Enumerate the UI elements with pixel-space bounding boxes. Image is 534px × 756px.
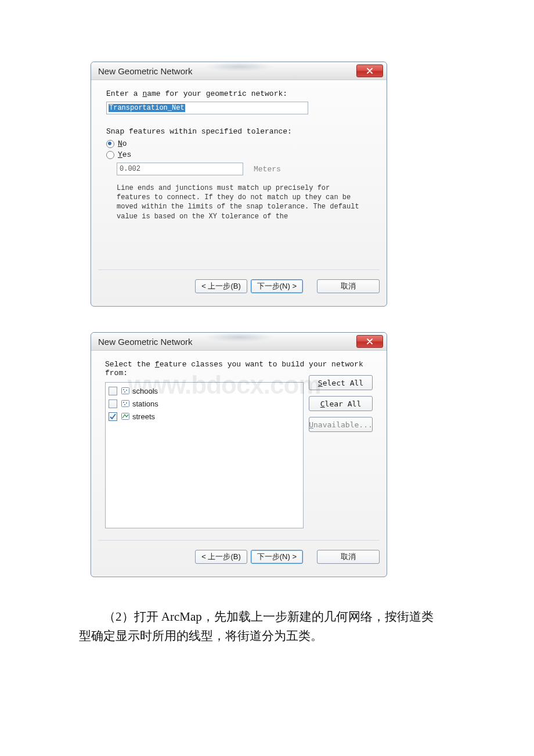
point-feature-icon	[121, 386, 130, 395]
snap-label: Snap features within specified tolerance…	[106, 127, 371, 136]
svg-rect-0	[122, 388, 129, 394]
svg-point-3	[124, 391, 125, 393]
close-button[interactable]	[356, 335, 383, 348]
checkbox-stations[interactable]	[109, 399, 117, 408]
titlebar[interactable]: New Geometric Network	[91, 62, 387, 80]
fc-row-streets[interactable]: streets	[109, 410, 300, 423]
close-icon	[366, 339, 373, 344]
network-name-value: Transportation_Net	[109, 104, 185, 112]
dialog-body: Select the feature classes you want to b…	[91, 351, 387, 568]
close-icon	[366, 68, 373, 74]
titlebar-sheen	[204, 62, 274, 71]
window-title: New Geometric Network	[98, 66, 193, 76]
side-buttons: Select All Clear All Unavailable...	[309, 375, 373, 432]
svg-point-1	[123, 389, 124, 390]
svg-point-7	[124, 404, 125, 405]
next-button[interactable]: 下一步(N) >	[251, 550, 303, 564]
window-title: New Geometric Network	[98, 337, 193, 347]
select-all-button[interactable]: Select All	[309, 375, 373, 390]
back-button[interactable]: < 上一步(B)	[195, 279, 247, 293]
cancel-button[interactable]: 取消	[317, 279, 380, 293]
back-button[interactable]: < 上一步(B)	[195, 550, 247, 564]
dialog-footer: < 上一步(B) 下一步(N) > 取消	[98, 540, 380, 564]
radio-yes-label: Yes	[118, 150, 131, 159]
svg-point-6	[126, 402, 127, 404]
dialog-new-geometric-network-2: New Geometric Network Select the feature…	[91, 332, 387, 577]
dialog-new-geometric-network-1: New Geometric Network Enter a name for y…	[91, 62, 387, 307]
radio-no[interactable]	[106, 140, 114, 148]
clear-all-button[interactable]: Clear All	[309, 396, 373, 411]
page: New Geometric Network Enter a name for y…	[0, 0, 534, 756]
svg-rect-4	[122, 401, 129, 407]
tolerance-note: Line ends and junctions must match up pr…	[117, 183, 360, 221]
dialog-footer: < 上一步(B) 下一步(N) > 取消	[98, 269, 380, 293]
radio-yes-row[interactable]: Yes	[106, 150, 371, 159]
name-label: Enter a name for your geometric network:	[106, 89, 371, 98]
next-button[interactable]: 下一步(N) >	[251, 279, 303, 293]
tolerance-unit: Meters	[254, 165, 281, 174]
radio-no-row[interactable]: No	[106, 139, 371, 148]
unavailable-button[interactable]: Unavailable...	[309, 417, 373, 432]
point-feature-icon	[121, 399, 130, 408]
tolerance-row: 0.002 Meters	[117, 163, 371, 175]
checkbox-streets[interactable]	[109, 412, 117, 421]
radio-yes[interactable]	[106, 151, 114, 159]
radio-no-label: No	[118, 139, 127, 148]
feature-class-listbox[interactable]: schools stations streets	[105, 382, 304, 528]
cancel-button[interactable]: 取消	[317, 550, 380, 564]
body-paragraph: （2）打开 ArcMap，先加载上一步新建的几何网络，按街道类型确定显示时所用的…	[79, 607, 443, 645]
svg-rect-8	[122, 413, 129, 420]
svg-point-5	[123, 402, 124, 403]
dialog-body: Enter a name for your geometric network:…	[91, 80, 387, 221]
fc-label: stations	[132, 399, 158, 408]
close-button[interactable]	[356, 64, 383, 77]
titlebar-sheen	[204, 333, 274, 342]
network-name-input[interactable]: Transportation_Net	[106, 102, 308, 114]
fc-label: streets	[132, 412, 155, 421]
fc-row-stations[interactable]: stations	[109, 397, 300, 410]
tolerance-input[interactable]: 0.002	[117, 163, 243, 175]
checkbox-schools[interactable]	[109, 387, 117, 395]
titlebar[interactable]: New Geometric Network	[91, 333, 387, 351]
fc-row-schools[interactable]: schools	[109, 384, 300, 397]
svg-point-2	[126, 390, 127, 391]
fc-label: schools	[132, 387, 158, 395]
line-feature-icon	[121, 412, 130, 421]
